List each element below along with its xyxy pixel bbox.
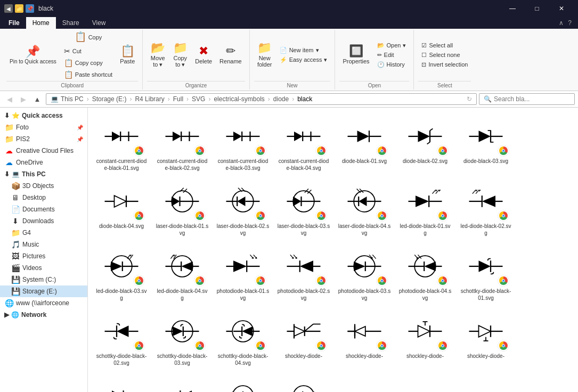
file-item[interactable]: thyristor-black-0 xyxy=(274,372,333,392)
file-item[interactable]: laser-diode-black-04.svg xyxy=(335,177,394,240)
delete-button[interactable]: ✖ Delete xyxy=(192,43,215,67)
chrome-badge xyxy=(255,210,266,222)
svg-line-88 xyxy=(473,190,476,193)
file-item[interactable]: constant-current-diode-black-02.svg xyxy=(153,112,211,175)
sidebar-item-desktop[interactable]: 🖥 Desktop xyxy=(0,192,87,203)
new-item-col: 📄 New item ▾ ⚡ Easy access ▾ xyxy=(276,46,331,64)
sidebar-item-pis2[interactable]: 📁 PIS2 📌 xyxy=(0,133,87,145)
address-bar[interactable]: 💻 This PC › Storage (E:) › R4 Library › … xyxy=(46,93,477,105)
copy-button[interactable]: 📋 Copy xyxy=(61,30,116,45)
file-list: constant-current-diode-black-01.svg cons… xyxy=(88,108,578,392)
search-input[interactable] xyxy=(494,95,563,103)
window-title: black xyxy=(38,5,500,12)
edit-button[interactable]: ✏ Edit xyxy=(374,51,410,60)
file-item[interactable]: constant-current-diode-black-03.svg xyxy=(214,112,272,175)
sidebar-item-systemc[interactable]: 💾 System (C:) xyxy=(0,274,87,285)
paste-shortcut-button[interactable]: 📋 Paste shortcut xyxy=(61,69,116,80)
copy-path-button[interactable]: 📋 Copy copy xyxy=(61,58,116,68)
file-item[interactable]: schottky-diode-black-01.svg xyxy=(457,242,515,305)
file-item[interactable]: led-diode-black-03.svg xyxy=(92,242,151,305)
sidebar-item-music[interactable]: 🎵 Music xyxy=(0,239,87,250)
file-item[interactable]: photodiode-black-03.svg xyxy=(335,242,394,305)
file-item[interactable]: shockley-diode- xyxy=(274,307,333,370)
file-name: constant-current-diode-black-04.svg xyxy=(277,158,330,172)
file-item[interactable]: photodiode-black-01.svg xyxy=(214,242,272,305)
file-item[interactable]: laser-diode-black-01.svg xyxy=(153,177,211,240)
sidebar-item-storagee[interactable]: 💾 Storage (E:) xyxy=(0,285,87,297)
select-all-button[interactable]: ☑ Select all xyxy=(418,41,471,50)
pin-indicator: 📌 xyxy=(77,136,83,142)
file-thumbnail xyxy=(96,245,147,288)
ribbon-collapse-btn[interactable]: ∧ xyxy=(557,17,566,29)
easy-access-button[interactable]: ⚡ Easy access ▾ xyxy=(276,55,331,64)
sidebar-item-onedrive[interactable]: ☁ OneDrive xyxy=(0,157,87,168)
invert-selection-button[interactable]: ⊡ Invert selection xyxy=(418,60,471,69)
paste-button[interactable]: 📋 Paste xyxy=(117,43,138,67)
history-button[interactable]: 🕐 History xyxy=(374,60,410,69)
new-item-button[interactable]: 📄 New item ▾ xyxy=(276,46,331,55)
minimize-button[interactable]: — xyxy=(500,0,525,17)
file-item[interactable]: laser-diode-black-03.svg xyxy=(274,177,333,240)
file-item[interactable]: photodiode-black-02.svg xyxy=(274,242,333,305)
properties-button[interactable]: 🔲 Properties xyxy=(339,43,372,67)
file-item[interactable]: schottky-diode-black-02.svg xyxy=(92,307,151,370)
up-button[interactable]: ▲ xyxy=(31,93,44,105)
sidebar-item-www[interactable]: 🌐 www (\\airforceone xyxy=(0,297,87,309)
file-item[interactable]: thyristor-black-0 xyxy=(92,372,151,392)
back-button[interactable]: ◀ xyxy=(3,93,16,105)
file-item[interactable]: diode-black-01.svg xyxy=(335,112,394,175)
file-item[interactable]: diode-black-04.svg xyxy=(92,177,151,240)
file-item[interactable]: shockley-diode- xyxy=(396,307,454,370)
sidebar-item-3dobjects[interactable]: 📦 3D Objects xyxy=(0,180,87,192)
tab-home[interactable]: Home xyxy=(26,17,56,29)
sidebar-item-creative-cloud[interactable]: ☁ Creative Cloud Files xyxy=(0,145,87,157)
file-item[interactable]: photodiode-black-04.svg xyxy=(396,242,454,305)
tab-view[interactable]: View xyxy=(86,17,112,29)
rename-button[interactable]: ✏ Rename xyxy=(216,43,245,67)
maximize-button[interactable]: □ xyxy=(525,0,549,17)
file-item[interactable]: schottky-diode-black-03.svg xyxy=(153,307,211,370)
tab-file[interactable]: File xyxy=(2,17,26,29)
select-none-button[interactable]: ☐ Select none xyxy=(418,51,471,60)
sidebar-label-onedrive: OneDrive xyxy=(16,159,43,166)
file-item[interactable]: constant-current-diode-black-01.svg xyxy=(92,112,151,175)
close-button[interactable]: ✕ xyxy=(549,0,574,17)
chrome-badge xyxy=(194,145,206,157)
file-item[interactable]: laser-diode-black-02.svg xyxy=(214,177,272,240)
file-item[interactable]: constant-current-diode-black-04.svg xyxy=(274,112,333,175)
network-section[interactable]: ▶ 🌐 Network xyxy=(0,309,87,321)
sidebar-item-downloads[interactable]: ⬇ Downloads xyxy=(0,215,87,227)
svg-marker-128 xyxy=(354,262,365,271)
tab-share[interactable]: Share xyxy=(56,17,86,29)
file-item[interactable]: diode-black-02.svg xyxy=(396,112,454,175)
file-item[interactable]: schottky-diode-black-04.svg xyxy=(214,307,272,370)
file-item[interactable]: shockley-diode- xyxy=(457,307,515,370)
move-to-button[interactable]: 📂 Moveto ▾ xyxy=(147,40,168,70)
refresh-button[interactable]: ↻ xyxy=(467,95,472,103)
new-folder-button[interactable]: 📁 Newfolder xyxy=(254,40,275,70)
pin-quick-access-button[interactable]: 📌 Pin to Quick access xyxy=(6,44,60,67)
file-item[interactable]: diode-black-03.svg xyxy=(457,112,515,175)
thispc-section[interactable]: ⬇ 💻 This PC xyxy=(0,168,87,180)
sidebar-item-foto[interactable]: 📁 Foto 📌 xyxy=(0,121,87,133)
forward-button[interactable]: ▶ xyxy=(17,93,30,105)
sidebar-item-pictures[interactable]: 🖼 Pictures xyxy=(0,250,87,262)
desktop-icon: 🖥 xyxy=(11,193,20,202)
search-box[interactable]: 🔍 xyxy=(479,93,575,105)
file-item[interactable]: led-diode-black-02.svg xyxy=(457,177,515,240)
sidebar-item-videos[interactable]: 🎬 Videos xyxy=(0,262,87,274)
file-item[interactable]: led-diode-black-01.svg xyxy=(396,177,454,240)
open-button[interactable]: 📂 Open ▾ xyxy=(374,41,410,50)
g4-icon: 📁 xyxy=(11,228,20,237)
sidebar-item-documents[interactable]: 📄 Documents xyxy=(0,203,87,215)
file-thumbnail xyxy=(157,375,208,392)
file-item[interactable]: shockley-diode- xyxy=(335,307,394,370)
file-item[interactable]: led-diode-black-04.svg xyxy=(153,242,211,305)
copy-to-button[interactable]: 📁 Copyto ▾ xyxy=(169,40,191,70)
help-icon[interactable]: ? xyxy=(566,17,574,29)
sidebar-item-g4[interactable]: 📁 G4 xyxy=(0,227,87,239)
quick-access-section[interactable]: ⬇ ⭐ Quick access xyxy=(0,110,87,121)
cut-button[interactable]: ✂ Cut xyxy=(61,46,116,56)
file-item[interactable]: thyristor-black-0 xyxy=(214,372,272,392)
file-item[interactable]: thyristor-black-0 xyxy=(153,372,211,392)
